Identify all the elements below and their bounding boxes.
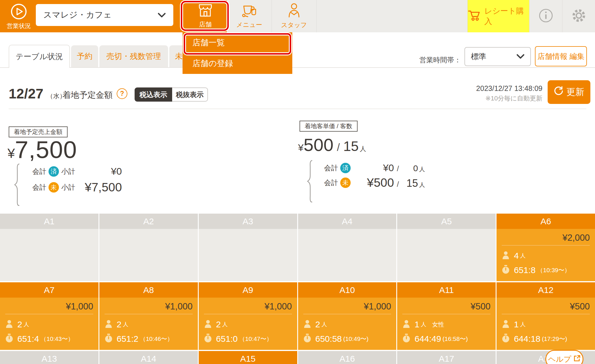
kaikei-label: 会計: [32, 167, 46, 176]
table-cell-a1[interactable]: A1: [0, 214, 98, 281]
pc-paid-value: ¥0: [357, 162, 394, 173]
business-status-label: 営業状況: [7, 22, 31, 30]
subtotal-label: 小計: [61, 167, 75, 176]
yen-sign: ¥: [8, 145, 15, 161]
table-cell-a11[interactable]: A11 ¥500 1人 女性 644:49(16:58〜): [397, 282, 496, 350]
table-grid: A1 A2 A3 A4 A5 A6 ¥2,000 4人: [0, 214, 595, 364]
tab-reservation[interactable]: 予約: [71, 45, 98, 67]
business-hours-select[interactable]: 標準: [464, 47, 531, 66]
table-cell-a12[interactable]: A12 ¥500 1人 644:18(17:29〜): [497, 282, 595, 350]
paid-badge: 済: [49, 166, 59, 177]
cell-time-line: 644:49(16:58〜): [402, 334, 490, 344]
tax-excluded-toggle[interactable]: 税抜表示: [172, 87, 208, 102]
kaikei-label: 会計: [324, 178, 338, 187]
refresh-label: 更新: [566, 86, 584, 98]
auto-refresh-note: ※10分毎に自動更新: [433, 94, 542, 103]
table-cell-a8[interactable]: A8 ¥1,000 2人 651:2（10:46〜）: [99, 282, 198, 350]
cell-time-line: 644:18(17:29〜): [502, 334, 590, 344]
table-cell-a4[interactable]: A4: [298, 214, 397, 281]
person-icon: [402, 320, 410, 329]
stopwatch-icon: [502, 265, 510, 275]
stopwatch-icon: [303, 334, 311, 344]
nav-item-menu[interactable]: メニュー: [227, 0, 272, 32]
cell-time-line: 651:4（10:43〜）: [5, 334, 93, 344]
edit-store-info-button[interactable]: 店舗情報 編集: [535, 46, 587, 66]
help-question-icon[interactable]: ?: [117, 88, 127, 99]
table-cell-a13[interactable]: A13: [0, 351, 98, 364]
sales-paid-row: 会計 済 小計 ¥0: [32, 166, 122, 177]
kaikei-label: 会計: [32, 183, 46, 192]
stopwatch-icon: [402, 334, 410, 344]
refresh-button[interactable]: 更新: [548, 80, 590, 104]
menu-item-store-register[interactable]: 店舗の登録: [183, 53, 292, 74]
cell-amount: ¥500: [402, 300, 490, 313]
cell-amount: ¥500: [502, 300, 590, 313]
receipt-purchase-button[interactable]: レシート購入: [467, 0, 529, 32]
stopwatch-icon: [204, 334, 212, 344]
cell-people-line: 2人: [105, 320, 193, 329]
store-selector-value: スマレジ・カフェ: [43, 9, 112, 21]
chevron-down-icon: [516, 52, 525, 61]
sales-paid-value: ¥0: [111, 166, 122, 177]
section-divider: [9, 109, 586, 109]
info-button[interactable]: [529, 0, 562, 32]
tab-table-status[interactable]: テーブル状況: [9, 45, 70, 68]
table-cell-a2[interactable]: A2: [99, 214, 198, 281]
table-cell-a17[interactable]: A17: [397, 351, 496, 364]
sales-unpaid-value: ¥7,500: [85, 180, 122, 194]
sales-unpaid-row: 会計 未 小計 ¥7,500: [32, 180, 122, 194]
nav-item-staff[interactable]: スタッフ: [272, 0, 317, 32]
summary-date: 12/27: [9, 86, 43, 102]
store-dropdown-menu: 店舗一覧 店舗の登録: [183, 32, 292, 74]
table-cell-a16[interactable]: A16: [298, 351, 397, 364]
cell-people-line: 1人 女性: [402, 320, 490, 329]
table-cell-a10[interactable]: A10 ¥1,000 2人 650:58(10:49〜): [298, 282, 397, 350]
table-cell-a5[interactable]: A5: [397, 214, 496, 281]
menu-item-store-list[interactable]: 店舗一覧: [183, 32, 292, 53]
table-cell-a14[interactable]: A14: [99, 351, 198, 364]
person-icon: [204, 320, 212, 329]
staff-person-icon: [287, 3, 301, 20]
table-cell-a6[interactable]: A6 ¥2,000 4人 651:8（10:39〜）: [497, 214, 595, 281]
sales-breakdown: 会計 済 小計 ¥0 会計 未 小計 ¥7,500: [32, 166, 122, 194]
table-cell-a7[interactable]: A7 ¥1,000 2人 651:4（10:43〜）: [0, 282, 98, 350]
cell-time-line: 651:8（10:39〜）: [502, 265, 590, 275]
table-cell-a15[interactable]: A15: [199, 351, 297, 364]
cell-people-line: 4人: [502, 251, 590, 261]
chevron-down-icon: [158, 10, 166, 20]
business-hours-label: 営業時間帯：: [419, 55, 461, 65]
cell-people-line: 2人: [204, 320, 292, 329]
refresh-icon: [554, 86, 564, 98]
settings-button[interactable]: [562, 0, 595, 32]
unpaid-badge: 未: [340, 178, 351, 188]
table-cell-a3[interactable]: A3: [199, 214, 297, 281]
yen-sign: ¥: [298, 142, 304, 153]
stopwatch-icon: [5, 334, 13, 344]
last-updated-timestamp: 2023/12/27 13:48:09: [433, 84, 542, 93]
tab-soldout-management[interactable]: 売切・残数管理: [99, 45, 168, 67]
store-selector[interactable]: スマレジ・カフェ: [36, 4, 173, 26]
tax-display-toggle: 税込表示 税抜表示: [135, 87, 208, 102]
tax-included-toggle[interactable]: 税込表示: [135, 87, 172, 102]
sales-forecast-amount: ¥7,500: [8, 136, 77, 164]
nav-item-staff-label: スタッフ: [281, 21, 307, 29]
person-icon: [502, 251, 510, 261]
table-cell-a9[interactable]: A9 ¥1,000 2人 651:0（10:47〜）: [199, 282, 297, 350]
per-customer-breakdown: 会計 済 ¥0 / 0 人 会計 未 ¥500 / 15 人: [324, 162, 432, 190]
cell-amount: ¥1,000: [105, 300, 193, 313]
unpaid-badge: 未: [49, 182, 59, 193]
cell-gender-tag: 女性: [432, 320, 444, 328]
help-button[interactable]: ヘルプ: [545, 350, 583, 364]
brace-decoration: [306, 160, 314, 204]
pc-unpaid-value: ¥500: [357, 176, 394, 190]
coffee-cup-icon: [241, 3, 257, 19]
person-icon: [303, 320, 311, 329]
business-hours-value: 標準: [471, 51, 486, 62]
business-status-button[interactable]: 営業状況: [3, 2, 35, 31]
cell-people-line: 1人: [502, 320, 590, 329]
play-icon: [10, 3, 27, 21]
nav-item-store[interactable]: 店舗: [184, 0, 227, 32]
stopwatch-icon: [502, 334, 510, 344]
person-icon: [5, 320, 13, 329]
cell-people-line: 2人: [5, 320, 93, 329]
